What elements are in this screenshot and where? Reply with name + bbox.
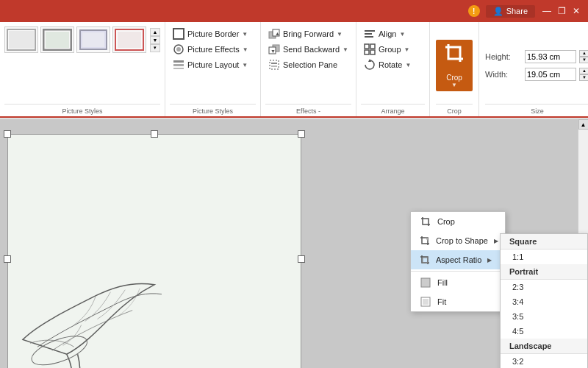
ribbon: ▲ ▼ ▾ Picture Styles Picture Border ▼ bbox=[0, 22, 588, 118]
crop-menu-item-crop[interactable]: Crop bbox=[411, 212, 505, 231]
width-input[interactable] bbox=[525, 68, 576, 81]
svg-rect-28 bbox=[365, 50, 369, 54]
width-spinner: ▲ ▼ bbox=[579, 68, 588, 81]
crop-menu-item-fit[interactable]: Fit bbox=[411, 292, 505, 311]
picture-styles-group-label: Picture Styles bbox=[170, 104, 256, 115]
landscape-header: Landscape bbox=[501, 339, 587, 354]
crop-dropdown-arrow: ▼ bbox=[451, 82, 457, 88]
svg-text:▼: ▼ bbox=[270, 49, 276, 54]
minimize-button[interactable]: — bbox=[541, 5, 553, 17]
width-field: Width: ▲ ▼ bbox=[485, 68, 588, 81]
handle-top-mid[interactable] bbox=[151, 130, 158, 138]
crop-icon-large bbox=[444, 43, 465, 72]
rotate-button[interactable]: Rotate ▼ bbox=[361, 57, 425, 72]
aspect-3-4[interactable]: 3:4 bbox=[501, 294, 587, 309]
crop-menu-item-fill[interactable]: Fill bbox=[411, 273, 505, 292]
bring-forward-button[interactable]: ▲ Bring Forward ▼ bbox=[265, 26, 351, 41]
selection-pane-button[interactable]: Selection Pane bbox=[265, 57, 351, 72]
aspect-3-5[interactable]: 3:5 bbox=[501, 309, 587, 324]
width-decrement[interactable]: ▼ bbox=[579, 74, 588, 81]
picture-layout-button[interactable]: Picture Layout ▼ bbox=[170, 57, 256, 72]
crop-menu-item-shape[interactable]: Crop to Shape ▶ bbox=[411, 231, 505, 250]
svg-rect-26 bbox=[365, 44, 369, 49]
bring-forward-icon: ▲ bbox=[268, 28, 280, 40]
crop-menu-divider bbox=[411, 271, 505, 272]
main-content: ▲ ▼ Crop Crop to Shape ▶ Aspect Ratio ▶ bbox=[0, 119, 588, 368]
picture-border-arrow: ▼ bbox=[242, 31, 248, 38]
crop-shape-icon bbox=[420, 235, 430, 247]
fill-icon bbox=[420, 277, 431, 289]
size-group: Height: ▲ ▼ Width: ▲ ▼ Size bbox=[479, 22, 588, 116]
svg-rect-3 bbox=[46, 32, 69, 48]
svg-text:▲: ▲ bbox=[275, 31, 280, 36]
picture-border-icon bbox=[173, 28, 184, 40]
crop-group: Crop ▼ Crop bbox=[430, 22, 479, 116]
effects-label: Effects - bbox=[265, 104, 351, 115]
aspect-submenu-arrow: ▶ bbox=[487, 257, 492, 263]
svg-rect-29 bbox=[370, 50, 375, 54]
style-thumb-2[interactable] bbox=[40, 26, 74, 53]
group-button[interactable]: Group ▼ bbox=[361, 42, 425, 57]
handle-mid-right[interactable] bbox=[298, 255, 305, 263]
picture-styles-group: ▲ ▼ ▾ Picture Styles bbox=[0, 22, 165, 116]
height-spinner: ▲ ▼ bbox=[579, 50, 588, 63]
fit-icon bbox=[420, 296, 431, 308]
portrait-header: Portrait bbox=[501, 264, 587, 280]
crop-menu-item-aspect[interactable]: Aspect Ratio ▶ bbox=[411, 250, 505, 269]
bring-forward-arrow: ▼ bbox=[337, 31, 343, 38]
crop-dropdown-menu: Crop Crop to Shape ▶ Aspect Ratio ▶ Fill bbox=[410, 211, 506, 312]
width-increment[interactable]: ▲ bbox=[579, 68, 588, 74]
style-thumb-1[interactable] bbox=[4, 26, 38, 53]
style-thumbnails: ▲ ▼ ▾ bbox=[4, 26, 160, 53]
scroll-up-btn[interactable]: ▲ bbox=[578, 119, 589, 130]
aspect-1-1[interactable]: 1:1 bbox=[501, 250, 587, 264]
svg-rect-8 bbox=[173, 29, 184, 39]
svg-rect-11 bbox=[173, 60, 184, 63]
svg-rect-35 bbox=[421, 278, 430, 287]
picture-effects-icon bbox=[173, 43, 184, 55]
align-group: Align ▼ Group ▼ Rotate ▼ bbox=[356, 22, 430, 116]
effects-group: ▲ Bring Forward ▼ ▼ Send Backward ▼ bbox=[261, 22, 356, 116]
height-input[interactable] bbox=[525, 50, 576, 63]
share-button[interactable]: 👤 Share bbox=[486, 5, 535, 18]
align-icon bbox=[364, 28, 376, 40]
svg-rect-7 bbox=[118, 32, 141, 48]
handle-top-left[interactable] bbox=[4, 130, 11, 138]
rotate-arrow: ▼ bbox=[405, 62, 411, 68]
picture-effects-arrow: ▼ bbox=[243, 46, 248, 53]
picture-effects-button[interactable]: Picture Effects ▼ bbox=[170, 42, 256, 57]
aspect-2-3[interactable]: 2:3 bbox=[501, 280, 587, 294]
style-scroll-down[interactable]: ▼ bbox=[150, 36, 160, 44]
restore-button[interactable]: ❐ bbox=[556, 5, 567, 17]
rotate-icon bbox=[364, 59, 376, 71]
picture-styles-label: Picture Styles bbox=[4, 104, 160, 115]
arrange-label: Arrange bbox=[361, 104, 425, 115]
warning-icon: ! bbox=[468, 5, 480, 17]
height-field: Height: ▲ ▼ bbox=[485, 50, 588, 63]
svg-rect-23 bbox=[365, 30, 375, 32]
height-decrement[interactable]: ▼ bbox=[579, 57, 588, 63]
style-scroll-expand[interactable]: ▾ bbox=[150, 44, 160, 52]
handle-top-right[interactable] bbox=[298, 130, 305, 138]
send-backward-button[interactable]: ▼ Send Backward ▼ bbox=[265, 42, 351, 57]
svg-rect-20 bbox=[270, 60, 279, 69]
style-scroll-up[interactable]: ▲ bbox=[150, 28, 160, 36]
aspect-3-2[interactable]: 3:2 bbox=[501, 354, 587, 368]
svg-rect-37 bbox=[423, 299, 429, 305]
picture-border-button[interactable]: Picture Border ▼ bbox=[170, 26, 256, 41]
style-thumb-3[interactable] bbox=[76, 26, 110, 53]
height-increment[interactable]: ▲ bbox=[579, 50, 588, 57]
align-button[interactable]: Align ▼ bbox=[361, 26, 425, 41]
handle-mid-left[interactable] bbox=[4, 255, 11, 263]
svg-rect-12 bbox=[173, 64, 184, 66]
close-button[interactable]: ✕ bbox=[570, 5, 582, 17]
svg-rect-21 bbox=[271, 63, 277, 64]
svg-rect-13 bbox=[173, 68, 184, 69]
crop-button[interactable]: Crop ▼ bbox=[436, 40, 473, 91]
style-thumb-4[interactable] bbox=[112, 26, 146, 53]
svg-rect-27 bbox=[370, 44, 375, 49]
square-header: Square bbox=[501, 234, 587, 250]
svg-rect-1 bbox=[9, 31, 34, 49]
crop-menu-crop-icon bbox=[420, 216, 431, 227]
aspect-4-5[interactable]: 4:5 bbox=[501, 324, 587, 339]
